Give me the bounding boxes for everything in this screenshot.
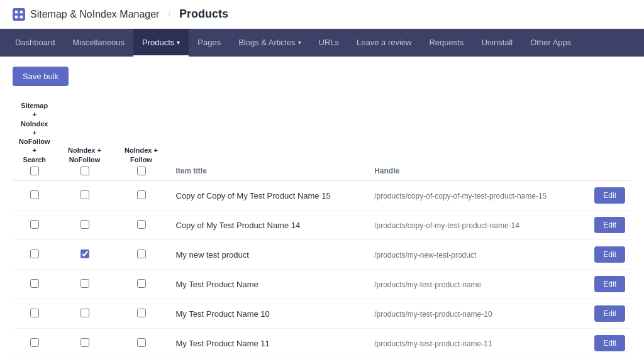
th-noindex-nofollow: NoIndex +NoFollow — [57, 96, 113, 181]
row-handle: /products/my-test-product-name-10 — [368, 299, 587, 329]
products-table: Sitemap +NoIndex +NoFollow +Search NoInd… — [13, 96, 631, 362]
edit-button[interactable]: Edit — [594, 335, 625, 351]
row-check2[interactable] — [80, 279, 89, 288]
row-item-title: Copy of Copy of My Test Product Name 15 — [170, 181, 369, 211]
row-item-title: My Test Product Name 11 — [170, 329, 369, 358]
edit-button[interactable]: Edit — [594, 217, 625, 233]
row-action-cell: Edit — [587, 211, 631, 240]
row-check2[interactable] — [80, 309, 89, 317]
nav-item-uninstall[interactable]: Uninstall — [472, 29, 521, 57]
top-header: Sitemap & NoIndex Manager / Products — [0, 0, 644, 29]
row-check3-cell — [113, 299, 170, 329]
row-item-title: My new test product — [170, 240, 369, 270]
row-check3-cell — [113, 181, 170, 211]
main-content: Save bulk Sitemap +NoIndex +NoFollow +Se… — [0, 57, 644, 362]
row-action-cell: Edit — [587, 270, 631, 299]
row-handle: /products/copy-of-copy-of-my-test-produc… — [368, 181, 587, 211]
row-check3[interactable] — [137, 190, 146, 199]
row-action-cell: Edit — [587, 299, 631, 329]
row-item-title: My Test Product Name 12 — [170, 358, 369, 362]
row-item-title: My Test Product Name 10 — [170, 299, 369, 329]
table-row: My Test Product Name 11 /products/my-tes… — [13, 329, 631, 358]
row-check1-cell — [13, 299, 57, 329]
row-action-cell: Edit — [587, 329, 631, 358]
row-check3[interactable] — [137, 279, 146, 288]
th-noindex-follow: NoIndex +Follow — [113, 96, 170, 181]
row-action-cell: Edit — [587, 358, 631, 362]
row-handle: /products/my-test-product-name — [368, 270, 587, 299]
nav-item-blogs-articles[interactable]: Blogs & Articles ▾ — [230, 29, 309, 57]
nav-item-miscellaneous[interactable]: Miscellaneous — [64, 29, 133, 57]
nav-item-requests[interactable]: Requests — [420, 29, 472, 57]
table-row: My Test Product Name 12 /products/my-tes… — [13, 358, 631, 362]
row-check1[interactable] — [30, 309, 39, 317]
row-check1[interactable] — [30, 220, 39, 229]
products-dropdown-arrow: ▾ — [177, 39, 180, 46]
row-check2-cell — [57, 240, 113, 270]
row-check1-cell — [13, 240, 57, 270]
row-check1[interactable] — [30, 338, 39, 347]
row-check2-cell — [57, 299, 113, 329]
row-check3-cell — [113, 240, 170, 270]
nav-bar: Dashboard Miscellaneous Products ▾ Pages… — [0, 29, 644, 57]
th-action — [587, 96, 631, 181]
edit-button[interactable]: Edit — [594, 246, 625, 263]
row-check1-cell — [13, 358, 57, 362]
edit-button[interactable]: Edit — [594, 305, 625, 322]
table-row: My Test Product Name 10 /products/my-tes… — [13, 299, 631, 329]
blogs-dropdown-arrow: ▾ — [298, 39, 301, 46]
row-check1[interactable] — [30, 190, 39, 199]
nav-item-other-apps[interactable]: Other Apps — [521, 29, 580, 57]
row-check3[interactable] — [137, 220, 146, 229]
row-check3-cell — [113, 329, 170, 358]
header-check2[interactable] — [80, 167, 89, 175]
th-handle: Handle — [368, 96, 587, 181]
row-handle: /products/my-test-product-name-11 — [368, 329, 587, 358]
row-check3-cell — [113, 211, 170, 240]
row-check2[interactable] — [80, 220, 89, 229]
row-check2-cell — [57, 358, 113, 362]
nav-item-leave-review[interactable]: Leave a review — [348, 29, 420, 57]
page-title: Products — [179, 8, 228, 21]
row-check2-cell — [57, 181, 113, 211]
row-check1-cell — [13, 181, 57, 211]
header-check1[interactable] — [30, 167, 39, 175]
table-row: My Test Product Name /products/my-test-p… — [13, 270, 631, 299]
header-check3[interactable] — [137, 167, 146, 175]
svg-rect-0 — [15, 10, 18, 13]
save-bulk-button[interactable]: Save bulk — [13, 67, 69, 86]
table-row: Copy of My Test Product Name 14 /product… — [13, 211, 631, 240]
row-handle: /products/my-new-test-product — [368, 240, 587, 270]
nav-item-products[interactable]: Products ▾ — [133, 29, 189, 57]
row-check2[interactable] — [80, 338, 89, 347]
nav-item-dashboard[interactable]: Dashboard — [6, 29, 64, 57]
row-check1[interactable] — [30, 250, 39, 258]
row-handle: /products/my-test-product-name-12 — [368, 358, 587, 362]
th-item-title: Item title — [170, 96, 369, 181]
row-check2[interactable] — [80, 250, 89, 258]
row-check2-cell — [57, 329, 113, 358]
row-check1-cell — [13, 329, 57, 358]
table-row: Copy of Copy of My Test Product Name 15 … — [13, 181, 631, 211]
table-row: My new test product /products/my-new-tes… — [13, 240, 631, 270]
edit-button[interactable]: Edit — [594, 276, 625, 292]
row-check1[interactable] — [30, 279, 39, 288]
row-check3[interactable] — [137, 309, 146, 317]
nav-item-urls[interactable]: URLs — [310, 29, 348, 57]
edit-button[interactable]: Edit — [594, 187, 625, 204]
row-check2[interactable] — [80, 190, 89, 199]
svg-rect-3 — [20, 15, 23, 18]
row-check3-cell — [113, 358, 170, 362]
row-check2-cell — [57, 211, 113, 240]
row-check3[interactable] — [137, 338, 146, 347]
header-separator: / — [168, 9, 170, 19]
row-check3-cell — [113, 270, 170, 299]
row-item-title: My Test Product Name — [170, 270, 369, 299]
nav-item-pages[interactable]: Pages — [189, 29, 230, 57]
svg-rect-1 — [20, 10, 23, 13]
row-action-cell: Edit — [587, 240, 631, 270]
row-check3[interactable] — [137, 250, 146, 258]
svg-rect-2 — [15, 15, 18, 18]
th-sitemap-noindex: Sitemap +NoIndex +NoFollow +Search — [13, 96, 57, 181]
row-handle: /products/copy-of-my-test-product-name-1… — [368, 211, 587, 240]
